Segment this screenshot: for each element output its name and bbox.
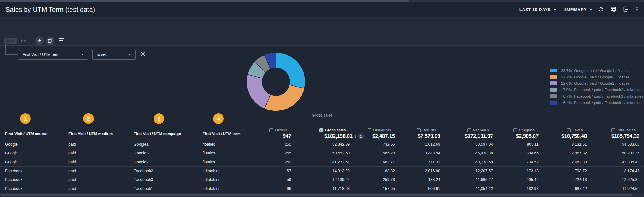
add-group-button[interactable] <box>46 37 54 45</box>
metric-cell-value: 40,138.59 <box>441 158 493 166</box>
filter-field-dropdown[interactable]: First Visit / UTM term <box>18 49 88 60</box>
legend-item[interactable]: 22.6%Google / paid / Google2 / floaties <box>550 80 643 87</box>
table-row: GooglepaidGoogle2floaties25041,232.61682… <box>0 158 644 167</box>
legend-swatch <box>550 69 557 72</box>
dimension-cell: Google1 <box>131 140 199 149</box>
metric-column-header: Net sales$172,131.97 <box>441 126 493 140</box>
add-filter-button[interactable] <box>58 37 65 45</box>
bottom-scrollbar-thumb[interactable] <box>1 194 632 196</box>
metric-cell-value: 12,625.82 <box>587 175 640 184</box>
metric-column-header: Orders947 <box>262 126 292 140</box>
legend-label: Google / paid / Google2 / floaties <box>574 81 630 85</box>
metric-cell-value: 11,696.27 <box>441 175 493 184</box>
metric-cell-value: 157.95 <box>350 184 395 193</box>
filter-tree-connector <box>5 44 6 54</box>
legend-swatch <box>550 88 557 92</box>
table-icon <box>610 6 616 13</box>
metric-label[interactable]: Gross sales <box>325 128 346 132</box>
metric-cell-value: 724.13 <box>539 175 587 184</box>
metric-label[interactable]: Discounts <box>373 128 391 132</box>
metric-cell-value: 50,597.04 <box>441 140 493 149</box>
chart-legend: 28.7%Google / paid / Google1 / floaties2… <box>550 67 643 106</box>
metric-cell-value: 43,335.49 <box>587 158 640 166</box>
filter-field-value: First Visit / UTM term <box>23 52 59 57</box>
dimension-cell: paid <box>65 184 131 193</box>
metric-cell-value: 52,342.39 <box>292 140 350 149</box>
metric-label[interactable]: Shipping <box>519 128 535 132</box>
metric-label[interactable]: Taxes <box>573 128 583 132</box>
unchecked-checkbox-icon[interactable] <box>567 128 571 132</box>
donut-chart[interactable] <box>246 52 306 112</box>
metric-cell-value: 250 <box>262 158 292 166</box>
more-menu-button[interactable] <box>633 6 641 13</box>
unchecked-checkbox-icon[interactable] <box>269 128 273 132</box>
table-row: FacebookpaidFacebook1inflatables6611,718… <box>0 184 644 193</box>
table-header: First Visit / UTM sourceFirst Visit / UT… <box>0 126 644 140</box>
add-condition-button[interactable]: + <box>35 37 44 45</box>
metric-sort-toggle[interactable]: Net sales <box>467 128 489 132</box>
date-range-selector[interactable]: LAST 30 DAYS <box>519 7 556 12</box>
dimension-cell: Google <box>0 158 65 166</box>
metric-sort-toggle[interactable]: Total sales <box>611 128 636 132</box>
metric-cell-value: 182.98 <box>493 184 539 193</box>
page-title: Sales by UTM Term (test data) <box>6 6 95 14</box>
metric-cell-value: 12,139.24 <box>292 175 350 184</box>
metric-sort-toggle[interactable]: ✓Gross sales <box>319 128 346 132</box>
unchecked-checkbox-icon[interactable] <box>467 128 471 132</box>
unchecked-checkbox-icon[interactable] <box>611 128 615 132</box>
or-toggle[interactable]: OR <box>17 38 30 44</box>
dimension-cell: paid <box>65 158 131 166</box>
metric-cell-value: 793.72 <box>539 167 587 175</box>
metric-label[interactable]: Returns <box>422 128 436 132</box>
export-button[interactable] <box>622 6 629 13</box>
remove-filter-button[interactable] <box>139 51 147 58</box>
metric-column-header: Taxes$10,756.48 <box>539 126 587 140</box>
metric-column-header: Shipping$2,905.87 <box>493 126 539 140</box>
legend-item[interactable]: 6.7%Facebook / paid / Facebook3 / inflat… <box>550 93 643 99</box>
unchecked-checkbox-icon[interactable] <box>417 128 421 132</box>
metric-sort-toggle[interactable]: Orders <box>269 128 287 132</box>
unchecked-checkbox-icon[interactable] <box>368 128 371 132</box>
metric-label[interactable]: Net sales <box>473 128 489 132</box>
metric-column-header: ✓Gross sales$182,198.81↓1 <box>292 126 350 140</box>
metric-cell-value: 1,012.69 <box>395 140 441 149</box>
metric-cell-value: 66 <box>262 184 292 193</box>
boolean-operator-toggle[interactable]: AND OR <box>4 38 30 44</box>
add-filter-icon <box>58 37 65 45</box>
chevron-down-icon <box>129 54 131 55</box>
kebab-menu-icon <box>634 6 640 13</box>
legend-item[interactable]: 27.7%Google / paid / Google3 / floaties <box>550 74 643 80</box>
header-controls: LAST 30 DAYS SUMMARY <box>519 2 641 17</box>
and-toggle[interactable]: AND <box>4 38 17 44</box>
checked-checkbox-icon[interactable]: ✓ <box>319 128 323 132</box>
table-view-button[interactable] <box>610 6 617 13</box>
metric-cell-value: 54,533.66 <box>587 140 640 149</box>
legend-swatch <box>550 81 557 85</box>
metric-cell-value: 506.61 <box>395 184 441 193</box>
unchecked-checkbox-icon[interactable] <box>513 128 517 132</box>
metric-sort-toggle[interactable]: Discounts <box>368 128 391 132</box>
metric-cell-value: 411.31 <box>395 158 441 166</box>
legend-item[interactable]: 6.4%Facebook / paid / Facebook1 / inflat… <box>550 99 643 106</box>
metric-cell-value: 11,924.52 <box>587 184 640 193</box>
report-mode-selector[interactable]: SUMMARY <box>564 7 592 12</box>
metric-label[interactable]: Total sales <box>617 128 636 132</box>
table-body: GooglepaidGoogle1floaties25052,342.39732… <box>0 140 644 193</box>
refresh-button[interactable] <box>597 6 605 13</box>
legend-item[interactable]: 7.9%Facebook / paid / Facebook2 / inflat… <box>550 87 643 93</box>
donut-slice[interactable] <box>276 52 305 88</box>
metric-sort-toggle[interactable]: Taxes <box>567 128 583 132</box>
donut-slice[interactable] <box>264 85 304 111</box>
metric-sort-toggle[interactable]: Returns <box>417 128 436 132</box>
metric-cell-value: 88.82 <box>350 167 395 175</box>
legend-percent: 6.7% <box>560 94 572 98</box>
metric-label[interactable]: Orders <box>275 128 287 132</box>
metric-cell-value: 734.52 <box>493 158 539 166</box>
dimension-cell: floaties <box>199 149 262 157</box>
bottom-horizontal-scrollbar[interactable] <box>0 193 644 197</box>
legend-item[interactable]: 28.7%Google / paid / Google1 / floaties <box>550 67 643 74</box>
filter-operator-dropdown[interactable]: is set <box>92 49 136 60</box>
metric-sort-toggle[interactable]: Shipping <box>513 128 535 132</box>
metric-column-header: Total sales$185,794.32 <box>587 126 640 140</box>
metric-cell-value: 732.66 <box>350 140 395 149</box>
